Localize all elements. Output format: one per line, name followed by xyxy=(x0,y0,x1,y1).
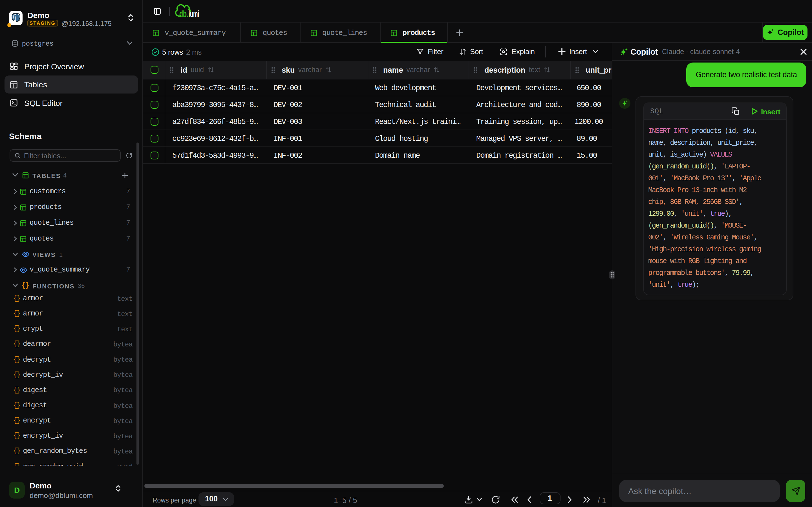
svg-text:db: db xyxy=(179,9,186,19)
svg-text:lumi: lumi xyxy=(188,9,199,19)
